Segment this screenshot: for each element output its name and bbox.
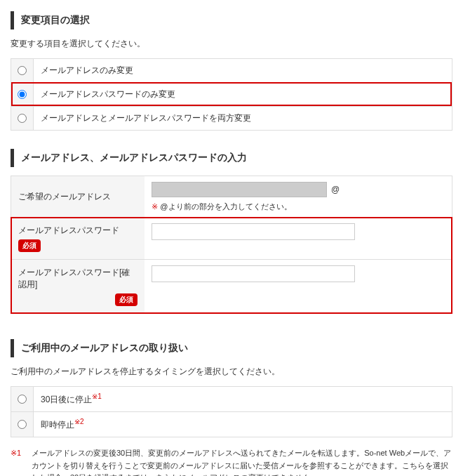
- footnote-1-text: メールアドレスの変更後30日間、変更前のメールアドレスへ送られてきたメールを転送…: [32, 447, 452, 476]
- email-local-readonly: [152, 182, 327, 197]
- radio-immediate[interactable]: [18, 420, 27, 429]
- password-input[interactable]: [152, 223, 355, 240]
- radio-cell: [11, 107, 34, 130]
- password-confirm-input[interactable]: [152, 265, 355, 282]
- footnotes: ※1 メールアドレスの変更後30日間、変更前のメールアドレスへ送られてきたメール…: [11, 447, 452, 476]
- section-heading-stop-timing: ご利用中のメールアドレスの取り扱い: [11, 339, 452, 357]
- label-email-text: ご希望のメールアドレス: [18, 191, 111, 203]
- radio-cell: [11, 412, 34, 437]
- radio-cell: [11, 387, 34, 411]
- radio-cell: [11, 59, 34, 82]
- radio-row-30days[interactable]: 30日後に停止※1: [11, 387, 452, 411]
- section-heading-change-items: 変更項目の選択: [11, 11, 452, 29]
- radio-row-email-only[interactable]: メールアドレスのみ変更: [11, 59, 452, 82]
- note-text: @より前の部分を入力してください。: [160, 202, 291, 211]
- label-password-confirm-text: メールアドレスパスワード[確認用]: [18, 267, 137, 291]
- radio-list-stop-timing: 30日後に停止※1 即時停止※2: [11, 386, 452, 437]
- radio-list-change-type: メールアドレスのみ変更 メールアドレスパスワードのみ変更 メールアドレスとメール…: [11, 58, 452, 131]
- form-row-password: メールアドレスパスワード 必須: [11, 218, 452, 259]
- required-badge: 必須: [115, 293, 137, 306]
- required-badge: 必須: [18, 239, 41, 252]
- stop-opt-1-text: 30日後に停止: [41, 395, 92, 404]
- radio-password-only[interactable]: [18, 90, 27, 99]
- note-mark-icon: ※: [152, 202, 158, 211]
- stop-opt-2-text: 即時停止: [41, 420, 74, 430]
- radio-row-immediate[interactable]: 即時停止※2: [11, 411, 452, 437]
- radio-label-email-only: メールアドレスのみ変更: [34, 59, 452, 82]
- radio-30days[interactable]: [18, 395, 27, 404]
- value-password: [145, 218, 452, 259]
- radio-email-only[interactable]: [18, 66, 27, 75]
- footnote-1: ※1 メールアドレスの変更後30日間、変更前のメールアドレスへ送られてきたメール…: [11, 447, 452, 476]
- sup-note-2: ※2: [74, 418, 84, 425]
- password-group-highlight: メールアドレスパスワード 必須 メールアドレスパスワード[確認用] 必須: [11, 218, 452, 313]
- form-block: ご希望のメールアドレス @ ※ @より前の部分を入力してください。 メールアドレ…: [11, 176, 452, 314]
- radio-label-both: メールアドレスとメールアドレスパスワードを両方変更: [34, 107, 452, 130]
- value-password-confirm: [145, 260, 452, 313]
- radio-label-30days: 30日後に停止※1: [34, 387, 452, 411]
- label-password-text: メールアドレスパスワード: [18, 225, 119, 237]
- footnote-1-mark: ※1: [11, 447, 26, 476]
- value-email: @ ※ @より前の部分を入力してください。: [145, 176, 452, 218]
- radio-row-both[interactable]: メールアドレスとメールアドレスパスワードを両方変更: [11, 106, 452, 130]
- form-row-email: ご希望のメールアドレス @ ※ @より前の部分を入力してください。: [11, 176, 452, 218]
- label-email: ご希望のメールアドレス: [11, 176, 145, 218]
- form-row-password-confirm: メールアドレスパスワード[確認用] 必須: [11, 259, 452, 313]
- sup-note-1: ※1: [92, 392, 102, 400]
- label-password: メールアドレスパスワード 必須: [11, 218, 145, 259]
- radio-label-password-only: メールアドレスパスワードのみ変更: [34, 83, 452, 106]
- section-desc-1: 変更する項目を選択してください。: [11, 38, 452, 50]
- radio-label-immediate: 即時停止※2: [34, 412, 452, 437]
- radio-cell: [11, 83, 34, 106]
- section-desc-3: ご利用中のメールアドレスを停止するタイミングを選択してください。: [11, 366, 452, 378]
- radio-row-password-only[interactable]: メールアドレスパスワードのみ変更: [11, 82, 452, 106]
- label-password-confirm: メールアドレスパスワード[確認用] 必須: [11, 260, 145, 313]
- section-heading-input: メールアドレス、メールアドレスパスワードの入力: [11, 149, 452, 167]
- at-symbol: @: [331, 185, 340, 194]
- radio-both[interactable]: [18, 114, 27, 123]
